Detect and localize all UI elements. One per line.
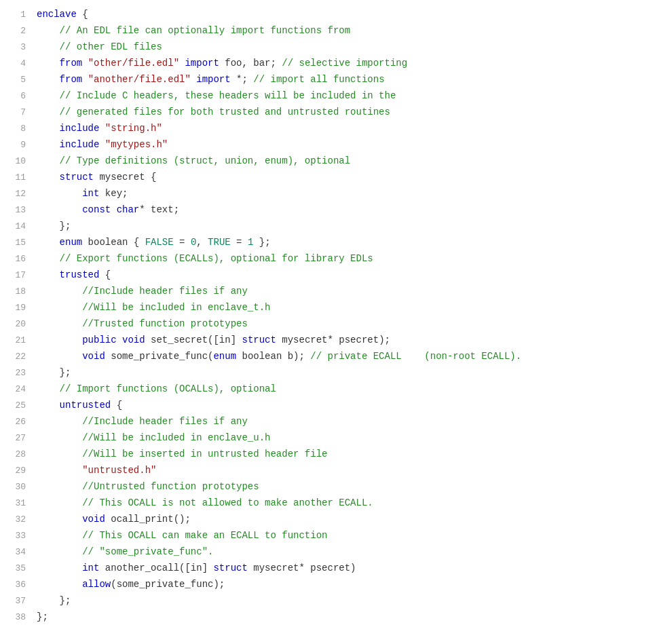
code-content: // "some_private_func". [37, 544, 213, 559]
code-line: 32 void ocall_print(); [0, 512, 657, 528]
line-number: 32 [7, 513, 26, 527]
line-number: 11 [7, 171, 26, 185]
code-line: 30 //Untrusted function prototypes [0, 479, 657, 495]
line-number: 22 [7, 350, 26, 364]
line-number: 27 [7, 432, 26, 446]
code-container: 1enclave {2 // An EDL file can optionall… [0, 0, 657, 644]
code-line: 21 public void set_secret([in] struct my… [0, 333, 657, 349]
code-content: include "string.h" [37, 121, 162, 136]
line-number: 21 [7, 334, 26, 348]
code-line: 19 //Will be included in enclave_t.h [0, 300, 657, 316]
code-line: 13 const char* text; [0, 202, 657, 219]
code-content: }; [37, 365, 71, 380]
line-number: 16 [7, 252, 26, 267]
code-line: 27 //Will be included in enclave_u.h [0, 430, 657, 447]
code-content: from "another/file.edl" import *; // imp… [37, 72, 385, 87]
line-number: 7 [7, 106, 26, 120]
line-number: 19 [7, 301, 26, 316]
code-content: // Type definitions (struct, union, enum… [37, 153, 350, 168]
code-content: //Untrusted function prototypes [37, 479, 259, 494]
code-content: public void set_secret([in] struct mysec… [37, 333, 390, 347]
code-line: 24 // Import functions (OCALLs), optiona… [0, 381, 657, 398]
code-line: 17 trusted { [0, 267, 657, 284]
line-number: 23 [7, 366, 26, 381]
line-number: 34 [7, 546, 26, 560]
code-content: // This OCALL can make an ECALL to funct… [37, 528, 327, 543]
code-line: 37 }; [0, 593, 657, 609]
code-content: struct mysecret { [37, 170, 156, 185]
line-number: 9 [7, 138, 26, 153]
line-number: 38 [7, 611, 26, 625]
code-content: enclave { [37, 7, 88, 22]
line-number: 13 [7, 204, 26, 218]
code-line: 3 // other EDL files [0, 39, 657, 56]
code-line: 22 void some_private_func(enum boolean b… [0, 349, 657, 365]
line-number: 10 [7, 155, 26, 169]
line-number: 24 [7, 383, 26, 397]
code-content: void ocall_print(); [37, 512, 191, 527]
line-number: 33 [7, 529, 26, 544]
code-content: }; [37, 219, 71, 233]
code-content: const char* text; [37, 202, 179, 217]
code-line: 36 allow(some_private_func); [0, 577, 657, 593]
line-number: 5 [7, 73, 26, 88]
code-line: 10 // Type definitions (struct, union, e… [0, 153, 657, 170]
code-content: // This OCALL is not allowed to make ano… [37, 495, 373, 510]
code-content: //Will be included in enclave_u.h [37, 430, 270, 445]
line-number: 1 [7, 8, 26, 22]
code-line: 16 // Export functions (ECALLs), optiona… [0, 251, 657, 267]
line-number: 35 [7, 562, 26, 576]
code-content: from "other/file.edl" import foo, bar; /… [37, 56, 407, 71]
code-line: 20 //Trusted function prototypes [0, 316, 657, 333]
line-number: 37 [7, 594, 26, 609]
code-content: // Import functions (OCALLs), optional [37, 381, 276, 396]
code-line: 25 untrusted { [0, 398, 657, 414]
code-content: }; [37, 593, 71, 608]
code-line: 35 int another_ocall([in] struct mysecre… [0, 561, 657, 577]
code-line: 26 //Include header files if any [0, 414, 657, 430]
code-content: //Trusted function prototypes [37, 316, 248, 331]
code-line: 11 struct mysecret { [0, 170, 657, 186]
code-content: //Include header files if any [37, 284, 248, 299]
line-number: 3 [7, 41, 26, 55]
code-content: //Will be included in enclave_t.h [37, 300, 270, 315]
code-line: 14 }; [0, 219, 657, 235]
code-line: 34 // "some_private_func". [0, 544, 657, 561]
code-content: int another_ocall([in] struct mysecret* … [37, 561, 356, 575]
code-line: 31 // This OCALL is not allowed to make … [0, 495, 657, 512]
line-number: 8 [7, 122, 26, 136]
line-number: 15 [7, 236, 26, 250]
code-content: allow(some_private_func); [37, 577, 225, 592]
code-content: // generated files for both trusted and … [37, 105, 390, 119]
code-content: //Include header files if any [37, 414, 248, 429]
code-line: 4 from "other/file.edl" import foo, bar;… [0, 56, 657, 72]
line-number: 14 [7, 220, 26, 234]
code-line: 18 //Include header files if any [0, 284, 657, 300]
line-number: 28 [7, 448, 26, 462]
line-number: 17 [7, 269, 26, 283]
code-line: 29 "untrusted.h" [0, 463, 657, 479]
code-content: include "mytypes.h" [37, 137, 168, 152]
code-content: enum boolean { FALSE = 0, TRUE = 1 }; [37, 235, 271, 250]
code-content: }; [37, 609, 48, 624]
code-content: // Export functions (ECALLs), optional f… [37, 251, 373, 266]
line-number: 31 [7, 497, 26, 511]
code-line: 28 //Will be inserted in untrusted heade… [0, 447, 657, 463]
code-content: "untrusted.h" [37, 463, 156, 478]
line-number: 29 [7, 464, 26, 478]
code-line: 8 include "string.h" [0, 121, 657, 137]
line-number: 12 [7, 187, 26, 202]
code-line: 12 int key; [0, 186, 657, 202]
line-number: 30 [7, 480, 26, 495]
code-line: 5 from "another/file.edl" import *; // i… [0, 72, 657, 88]
code-content: // other EDL files [37, 39, 162, 54]
line-number: 6 [7, 90, 26, 104]
code-content: // An EDL file can optionally import fun… [37, 23, 350, 38]
code-line: 23 }; [0, 365, 657, 381]
line-number: 20 [7, 318, 26, 332]
code-line: 6 // Include C headers, these headers wi… [0, 88, 657, 105]
line-number: 2 [7, 24, 26, 39]
code-line: 2 // An EDL file can optionally import f… [0, 23, 657, 39]
line-number: 4 [7, 57, 26, 71]
line-number: 36 [7, 578, 26, 592]
